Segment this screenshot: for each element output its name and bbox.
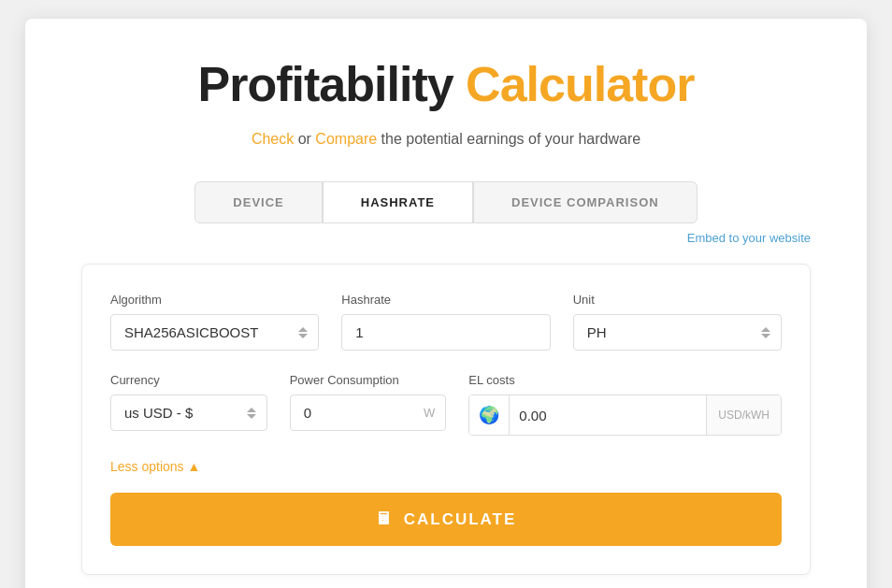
main-container: Profitability Calculator Check or Compar… [25, 19, 867, 588]
unit-group: Unit PH [573, 293, 782, 351]
currency-select-wrapper: us USD - $ [110, 394, 267, 431]
subtitle-suffix: the potential earnings of your hardware [377, 131, 640, 147]
form-row-2: Currency us USD - $ Power Consumption W [110, 373, 782, 436]
calculator-icon: 🖩 [376, 509, 395, 529]
tab-bar: DEVICE HASHRATE DEVICE COMPARISON [81, 181, 811, 223]
el-costs-group: EL costs 🌍 USD/kWH [468, 373, 782, 436]
less-options-label: Less options [110, 459, 184, 474]
currency-group: Currency us USD - $ [110, 373, 267, 436]
power-input-wrapper: W [290, 394, 447, 431]
tab-hashrate[interactable]: HASHRATE [323, 181, 473, 223]
el-costs-unit: USD/kWH [706, 395, 781, 435]
currency-select[interactable]: us USD - $ [110, 394, 267, 431]
unit-select-wrapper: PH [573, 314, 782, 351]
page-title: Profitability Calculator [81, 56, 811, 112]
title-part1: Profitability [198, 57, 466, 111]
embed-link[interactable]: Embed to your website [81, 231, 811, 245]
hashrate-input[interactable] [341, 314, 550, 351]
less-options-toggle[interactable]: Less options ▲ [110, 459, 200, 474]
el-costs-icon: 🌍 [469, 395, 510, 435]
tab-device-comparison[interactable]: DEVICE COMPARISON [473, 181, 698, 223]
tab-device[interactable]: DEVICE [194, 181, 322, 223]
compare-link[interactable]: Compare [315, 131, 377, 147]
algorithm-group: Algorithm SHA256ASICBOOST [110, 293, 319, 351]
el-costs-label: EL costs [468, 373, 782, 387]
subtitle-mid: or [294, 131, 315, 147]
calculate-label: CALCULATE [404, 510, 517, 529]
hashrate-label: Hashrate [341, 293, 550, 307]
currency-label: Currency [110, 373, 267, 387]
form-row-1: Algorithm SHA256ASICBOOST Hashrate Unit [110, 293, 782, 351]
check-link[interactable]: Check [252, 131, 294, 147]
form-card: Algorithm SHA256ASICBOOST Hashrate Unit [81, 264, 811, 575]
power-input[interactable] [290, 394, 447, 431]
title-part2: Calculator [466, 57, 694, 111]
hashrate-group: Hashrate [341, 293, 550, 351]
less-options-arrow-icon: ▲ [188, 459, 201, 474]
power-group: Power Consumption W [290, 373, 447, 436]
subtitle: Check or Compare the potential earnings … [81, 131, 811, 148]
el-costs-input-group: 🌍 USD/kWH [468, 394, 782, 436]
algorithm-select[interactable]: SHA256ASICBOOST [110, 314, 319, 351]
power-label: Power Consumption [290, 373, 447, 387]
algorithm-label: Algorithm [110, 293, 319, 307]
unit-select[interactable]: PH [573, 314, 782, 351]
algorithm-select-wrapper: SHA256ASICBOOST [110, 314, 319, 351]
unit-label: Unit [573, 293, 782, 307]
el-costs-input[interactable] [510, 398, 706, 433]
calculate-button[interactable]: 🖩 CALCULATE [110, 493, 782, 546]
